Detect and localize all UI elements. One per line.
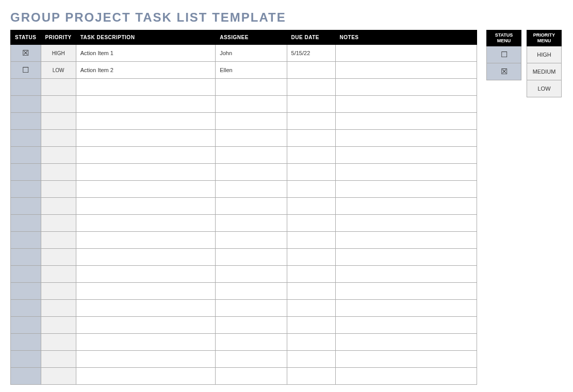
task-cell[interactable]: Action Item 2	[76, 62, 215, 79]
notes-cell[interactable]	[335, 300, 477, 317]
status-cell[interactable]	[11, 96, 41, 113]
notes-cell[interactable]	[335, 79, 477, 96]
status-cell[interactable]	[11, 164, 41, 181]
task-cell[interactable]	[76, 198, 215, 215]
task-cell[interactable]	[76, 334, 215, 351]
assignee-cell[interactable]	[216, 130, 287, 147]
due-cell[interactable]	[287, 130, 335, 147]
notes-cell[interactable]	[335, 351, 477, 368]
priority-cell[interactable]	[41, 147, 76, 164]
assignee-cell[interactable]	[216, 147, 287, 164]
priority-menu-item[interactable]: MEDIUM	[527, 63, 562, 80]
assignee-cell[interactable]	[216, 300, 287, 317]
status-menu-item[interactable]: ☐	[487, 46, 521, 63]
due-cell[interactable]	[287, 249, 335, 266]
status-menu-item[interactable]: ☒	[487, 63, 521, 80]
priority-cell[interactable]	[41, 249, 76, 266]
due-cell[interactable]	[287, 79, 335, 96]
notes-cell[interactable]	[335, 147, 477, 164]
priority-menu-item[interactable]: HIGH	[527, 46, 562, 63]
due-cell[interactable]	[287, 147, 335, 164]
task-cell[interactable]	[76, 79, 215, 96]
due-cell[interactable]	[287, 62, 335, 79]
status-cell[interactable]	[11, 232, 41, 249]
task-cell[interactable]	[76, 130, 215, 147]
task-cell[interactable]	[76, 215, 215, 232]
task-cell[interactable]	[76, 181, 215, 198]
status-cell[interactable]	[11, 266, 41, 283]
priority-cell[interactable]: HIGH	[41, 45, 76, 62]
due-cell[interactable]	[287, 368, 335, 385]
priority-cell[interactable]	[41, 215, 76, 232]
assignee-cell[interactable]: John	[216, 45, 287, 62]
priority-cell[interactable]: LOW	[41, 62, 76, 79]
notes-cell[interactable]	[335, 232, 477, 249]
status-cell[interactable]	[11, 317, 41, 334]
task-cell[interactable]	[76, 164, 215, 181]
due-cell[interactable]	[287, 198, 335, 215]
priority-cell[interactable]	[41, 164, 76, 181]
priority-cell[interactable]	[41, 232, 76, 249]
status-cell[interactable]	[11, 351, 41, 368]
assignee-cell[interactable]	[216, 215, 287, 232]
notes-cell[interactable]	[335, 164, 477, 181]
priority-cell[interactable]	[41, 266, 76, 283]
task-cell[interactable]	[76, 283, 215, 300]
notes-cell[interactable]	[335, 62, 477, 79]
priority-cell[interactable]	[41, 317, 76, 334]
due-cell[interactable]	[287, 266, 335, 283]
status-cell[interactable]	[11, 181, 41, 198]
assignee-cell[interactable]	[216, 113, 287, 130]
status-cell[interactable]	[11, 130, 41, 147]
due-cell[interactable]	[287, 96, 335, 113]
assignee-cell[interactable]	[216, 334, 287, 351]
assignee-cell[interactable]	[216, 283, 287, 300]
status-cell[interactable]	[11, 198, 41, 215]
assignee-cell[interactable]	[216, 249, 287, 266]
notes-cell[interactable]	[335, 198, 477, 215]
assignee-cell[interactable]: Ellen	[216, 62, 287, 79]
priority-cell[interactable]	[41, 130, 76, 147]
task-cell[interactable]	[76, 113, 215, 130]
task-cell[interactable]	[76, 351, 215, 368]
priority-cell[interactable]	[41, 368, 76, 385]
task-cell[interactable]	[76, 300, 215, 317]
priority-menu-item[interactable]: LOW	[527, 80, 562, 97]
priority-cell[interactable]	[41, 79, 76, 96]
due-cell[interactable]	[287, 351, 335, 368]
due-cell[interactable]	[287, 300, 335, 317]
status-cell[interactable]: ☒	[11, 45, 41, 62]
assignee-cell[interactable]	[216, 368, 287, 385]
notes-cell[interactable]	[335, 45, 477, 62]
due-cell[interactable]	[287, 283, 335, 300]
task-cell[interactable]	[76, 368, 215, 385]
priority-cell[interactable]	[41, 113, 76, 130]
priority-cell[interactable]	[41, 198, 76, 215]
priority-cell[interactable]	[41, 181, 76, 198]
priority-cell[interactable]	[41, 300, 76, 317]
notes-cell[interactable]	[335, 181, 477, 198]
notes-cell[interactable]	[335, 317, 477, 334]
status-cell[interactable]	[11, 249, 41, 266]
status-cell[interactable]	[11, 113, 41, 130]
priority-cell[interactable]	[41, 334, 76, 351]
notes-cell[interactable]	[335, 368, 477, 385]
assignee-cell[interactable]	[216, 164, 287, 181]
status-cell[interactable]	[11, 215, 41, 232]
status-cell[interactable]	[11, 283, 41, 300]
priority-cell[interactable]	[41, 351, 76, 368]
priority-cell[interactable]	[41, 96, 76, 113]
assignee-cell[interactable]	[216, 232, 287, 249]
priority-cell[interactable]	[41, 283, 76, 300]
notes-cell[interactable]	[335, 96, 477, 113]
due-cell[interactable]	[287, 181, 335, 198]
status-cell[interactable]	[11, 300, 41, 317]
assignee-cell[interactable]	[216, 181, 287, 198]
assignee-cell[interactable]	[216, 198, 287, 215]
task-cell[interactable]	[76, 147, 215, 164]
task-cell[interactable]	[76, 317, 215, 334]
due-cell[interactable]	[287, 113, 335, 130]
task-cell[interactable]	[76, 266, 215, 283]
due-cell[interactable]	[287, 317, 335, 334]
status-cell[interactable]	[11, 334, 41, 351]
